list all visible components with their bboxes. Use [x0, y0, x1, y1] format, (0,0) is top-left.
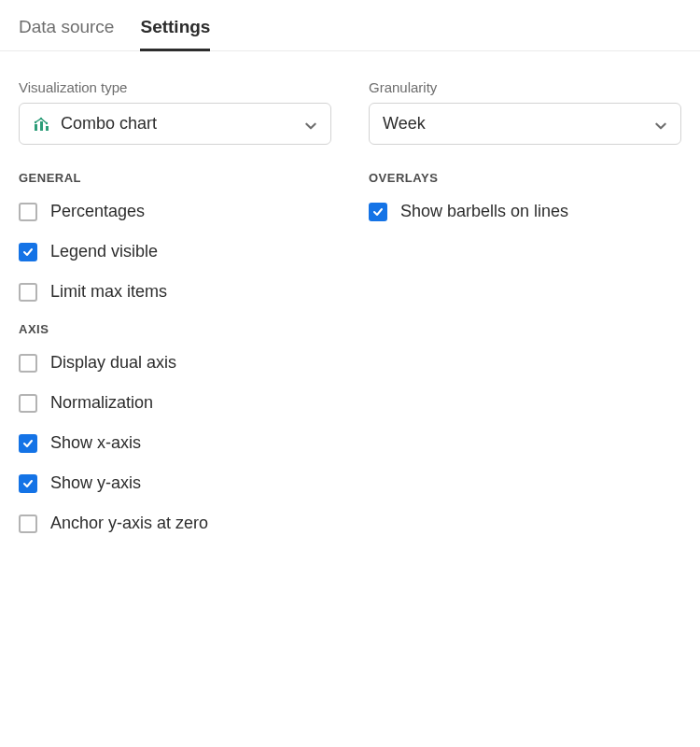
combo-chart-icon: [33, 117, 51, 132]
show-x-checkbox[interactable]: [19, 434, 37, 453]
svg-point-5: [46, 121, 48, 123]
barbells-checkbox[interactable]: [369, 203, 387, 221]
show-y-label: Show y-axis: [50, 473, 141, 493]
svg-point-3: [35, 120, 36, 122]
barbells-label: Show barbells on lines: [400, 202, 568, 221]
granularity-value: Week: [383, 114, 426, 134]
show-y-checkbox-row[interactable]: Show y-axis: [19, 473, 331, 493]
anchor-y-checkbox[interactable]: [19, 514, 37, 533]
granularity-select[interactable]: Week: [369, 103, 681, 145]
anchor-y-checkbox-row[interactable]: Anchor y-axis at zero: [19, 514, 331, 533]
select-left: Week: [383, 114, 426, 134]
anchor-y-label: Anchor y-axis at zero: [50, 514, 208, 533]
svg-point-4: [40, 117, 42, 119]
general-section-title: GENERAL: [19, 171, 331, 185]
tab-bar: Data source Settings: [0, 0, 700, 51]
legend-visible-checkbox-row[interactable]: Legend visible: [19, 242, 331, 261]
tab-data-source[interactable]: Data source: [19, 17, 114, 50]
limit-max-checkbox-row[interactable]: Limit max items: [19, 282, 331, 302]
svg-rect-2: [46, 126, 49, 131]
percentages-label: Percentages: [50, 202, 145, 221]
limit-max-checkbox[interactable]: [19, 283, 37, 302]
normalization-checkbox[interactable]: [19, 394, 37, 413]
percentages-checkbox-row[interactable]: Percentages: [19, 202, 331, 221]
axis-section-title: AXIS: [19, 322, 331, 336]
tab-settings[interactable]: Settings: [140, 17, 210, 50]
settings-content: Visualization type Combo chart: [0, 51, 700, 572]
right-column: Granularity Week OVERLAYS Show barbells …: [369, 79, 681, 554]
left-column: Visualization type Combo chart: [19, 79, 331, 554]
legend-visible-label: Legend visible: [50, 242, 158, 261]
chevron-down-icon: [304, 118, 317, 131]
svg-rect-0: [35, 124, 37, 131]
visualization-type-value: Combo chart: [61, 114, 157, 134]
percentages-checkbox[interactable]: [19, 203, 37, 221]
dual-axis-checkbox[interactable]: [19, 354, 37, 373]
legend-visible-checkbox[interactable]: [19, 243, 37, 261]
granularity-label: Granularity: [369, 79, 681, 95]
visualization-type-label: Visualization type: [19, 79, 331, 95]
svg-rect-1: [40, 121, 43, 131]
limit-max-label: Limit max items: [50, 282, 167, 302]
select-left: Combo chart: [33, 114, 157, 134]
barbells-checkbox-row[interactable]: Show barbells on lines: [369, 202, 681, 221]
dual-axis-label: Display dual axis: [50, 353, 176, 373]
show-y-checkbox[interactable]: [19, 474, 37, 493]
normalization-checkbox-row[interactable]: Normalization: [19, 393, 331, 413]
show-x-label: Show x-axis: [50, 433, 141, 453]
visualization-type-select[interactable]: Combo chart: [19, 103, 331, 145]
dual-axis-checkbox-row[interactable]: Display dual axis: [19, 353, 331, 373]
show-x-checkbox-row[interactable]: Show x-axis: [19, 433, 331, 453]
chevron-down-icon: [654, 118, 667, 131]
overlays-section-title: OVERLAYS: [369, 171, 681, 185]
normalization-label: Normalization: [50, 393, 153, 413]
